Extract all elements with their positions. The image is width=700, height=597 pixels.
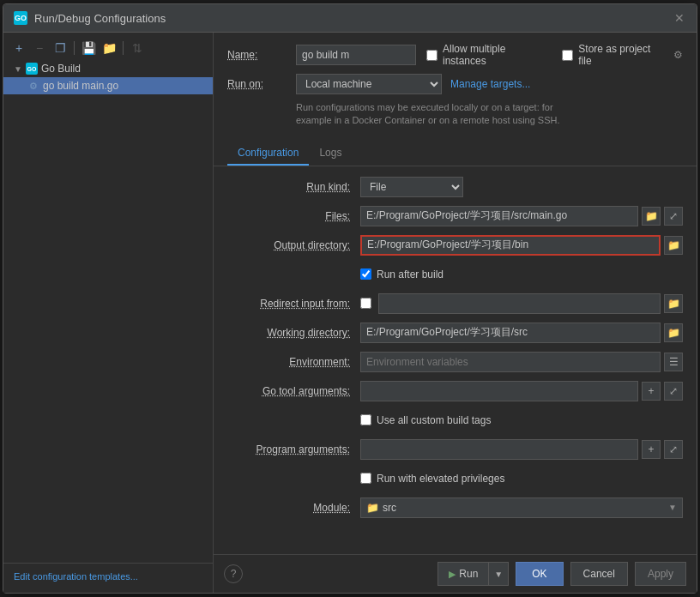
store-project-checkbox[interactable] xyxy=(562,50,573,61)
remove-config-button[interactable]: − xyxy=(31,39,48,57)
working-dir-input[interactable] xyxy=(360,323,661,343)
working-dir-browse-button[interactable]: 📁 xyxy=(664,323,683,342)
save-config-button[interactable]: 💾 xyxy=(80,39,97,57)
run-after-build-label: Run after build xyxy=(377,268,444,280)
working-dir-label: Working directory: xyxy=(227,327,360,339)
output-dir-input[interactable] xyxy=(360,235,661,256)
elevated-privileges-area: Run with elevated privileges xyxy=(360,473,683,485)
sort-config-button[interactable]: ⇅ xyxy=(129,39,146,57)
name-row: Name: Allow multiple instances Store as … xyxy=(227,43,683,67)
run-after-build-checkbox[interactable] xyxy=(360,268,371,280)
module-value-area: 📁 src ▼ xyxy=(360,498,683,518)
environment-row: Environment: ☰ xyxy=(227,352,683,372)
elevated-privileges-label: Run with elevated privileges xyxy=(377,473,504,485)
run-play-icon: ▶ xyxy=(449,569,456,580)
tab-logs[interactable]: Logs xyxy=(309,142,352,166)
config-file-icon: ⚙ xyxy=(27,80,39,92)
custom-tags-label: Use all custom build tags xyxy=(377,414,491,426)
tree-parent-label: Go Build xyxy=(41,63,81,75)
go-tool-args-input[interactable] xyxy=(360,381,638,401)
environment-edit-button[interactable]: ☰ xyxy=(664,353,683,371)
left-panel: + − ❐ 💾 📁 ⇅ ▼ GO Go Build ⚙ go build mai… xyxy=(3,33,214,593)
allow-multiple-row: Allow multiple instances xyxy=(426,43,552,67)
elevated-privileges-checkbox-group: Run with elevated privileges xyxy=(360,473,504,485)
files-row: Files: 📁 ⤢ xyxy=(227,206,683,226)
output-dir-label: Output directory: xyxy=(227,239,360,251)
folder-config-button[interactable]: 📁 xyxy=(100,39,118,57)
custom-tags-row: Use all custom build tags xyxy=(227,410,683,431)
go-tool-args-expand-button[interactable]: ⤢ xyxy=(664,382,683,401)
program-args-add-button[interactable]: + xyxy=(642,440,661,459)
apply-button[interactable]: Apply xyxy=(635,562,686,586)
module-folder-icon: 📁 xyxy=(366,502,379,514)
custom-tags-checkbox-group: Use all custom build tags xyxy=(360,414,491,426)
working-dir-value-area: 📁 xyxy=(360,323,683,343)
redirect-input-checkbox[interactable] xyxy=(360,298,371,309)
help-button[interactable]: ? xyxy=(224,564,243,583)
add-config-button[interactable]: + xyxy=(10,39,27,57)
store-project-row: Store as project file ⚙ xyxy=(562,43,683,67)
go-tool-args-label: Go tool arguments: xyxy=(227,385,360,397)
module-dropdown-arrow: ▼ xyxy=(668,503,677,512)
custom-tags-checkbox[interactable] xyxy=(360,414,371,425)
go-tool-args-add-button[interactable]: + xyxy=(642,382,661,401)
files-input[interactable] xyxy=(360,206,638,226)
run-after-build-area: Run after build xyxy=(360,268,683,280)
run-dropdown-button[interactable]: ▼ xyxy=(488,562,509,586)
working-dir-row: Working directory: 📁 xyxy=(227,323,683,343)
program-args-value-area: + ⤢ xyxy=(360,439,683,460)
tree-child-label: go build main.go xyxy=(43,80,118,92)
go-build-icon: GO xyxy=(26,63,38,75)
files-browse-button[interactable]: 📁 xyxy=(642,207,661,226)
go-tool-args-value-area: + ⤢ xyxy=(360,381,683,401)
program-args-expand-button[interactable]: ⤢ xyxy=(664,440,683,459)
files-label: Files: xyxy=(227,210,360,222)
allow-multiple-label: Allow multiple instances xyxy=(443,43,552,67)
cancel-button[interactable]: Cancel xyxy=(570,562,628,586)
run-button[interactable]: ▶ Run xyxy=(438,562,488,586)
redirect-input-browse-button[interactable]: 📁 xyxy=(664,294,683,313)
close-button[interactable]: ✕ xyxy=(673,11,686,25)
output-dir-browse-button[interactable]: 📁 xyxy=(664,236,683,255)
copy-config-button[interactable]: ❐ xyxy=(51,39,69,57)
toolbar: + − ❐ 💾 📁 ⇅ xyxy=(3,36,213,60)
redirect-input-label: Redirect input from: xyxy=(227,298,360,310)
run-on-row: Run on: Local machine Manage targets... xyxy=(227,74,683,94)
files-value-area: 📁 ⤢ xyxy=(360,206,683,226)
dialog-body: + − ❐ 💾 📁 ⇅ ▼ GO Go Build ⚙ go build mai… xyxy=(3,33,697,593)
run-kind-label: Run kind: xyxy=(227,181,360,193)
run-debug-dialog: GO Run/Debug Configurations ✕ + − ❐ 💾 📁 … xyxy=(3,3,697,594)
hint-text: Run configurations may be executed local… xyxy=(296,101,683,128)
tree-child-item[interactable]: ⚙ go build main.go xyxy=(3,77,213,94)
redirect-input-value-area: 📁 xyxy=(360,293,683,314)
program-args-label: Program arguments: xyxy=(227,443,360,455)
dialog-title: Run/Debug Configurations xyxy=(34,12,673,25)
module-value: src xyxy=(383,502,396,514)
module-dropdown[interactable]: 📁 src ▼ xyxy=(360,498,683,518)
run-button-label: Run xyxy=(459,568,478,580)
output-dir-value-area: 📁 xyxy=(360,235,683,256)
module-label: Module: xyxy=(227,502,360,514)
environment-input[interactable] xyxy=(360,352,661,372)
ok-button[interactable]: OK xyxy=(516,562,563,586)
run-after-build-checkbox-group: Run after build xyxy=(360,268,444,280)
tabs-bar: Configuration Logs xyxy=(214,142,697,166)
store-project-label: Store as project file xyxy=(578,43,667,67)
edit-templates-link[interactable]: Edit configuration templates... xyxy=(14,571,138,582)
manage-targets-link[interactable]: Manage targets... xyxy=(450,78,530,90)
program-args-input[interactable] xyxy=(360,439,638,460)
store-gear-icon: ⚙ xyxy=(673,49,683,61)
run-on-dropdown[interactable]: Local machine xyxy=(296,74,442,94)
files-expand-button[interactable]: ⤢ xyxy=(664,207,683,226)
name-input[interactable] xyxy=(296,45,416,65)
redirect-input-field[interactable] xyxy=(378,293,661,314)
right-panel: Name: Allow multiple instances Store as … xyxy=(214,33,697,593)
run-kind-dropdown[interactable]: File xyxy=(360,177,463,197)
program-args-row: Program arguments: + ⤢ xyxy=(227,439,683,460)
tab-configuration[interactable]: Configuration xyxy=(227,142,309,166)
elevated-privileges-checkbox[interactable] xyxy=(360,473,371,484)
name-label: Name: xyxy=(227,49,296,61)
go-tool-args-row: Go tool arguments: + ⤢ xyxy=(227,381,683,401)
tree-parent-item[interactable]: ▼ GO Go Build xyxy=(3,60,213,77)
allow-multiple-checkbox[interactable] xyxy=(426,50,438,61)
